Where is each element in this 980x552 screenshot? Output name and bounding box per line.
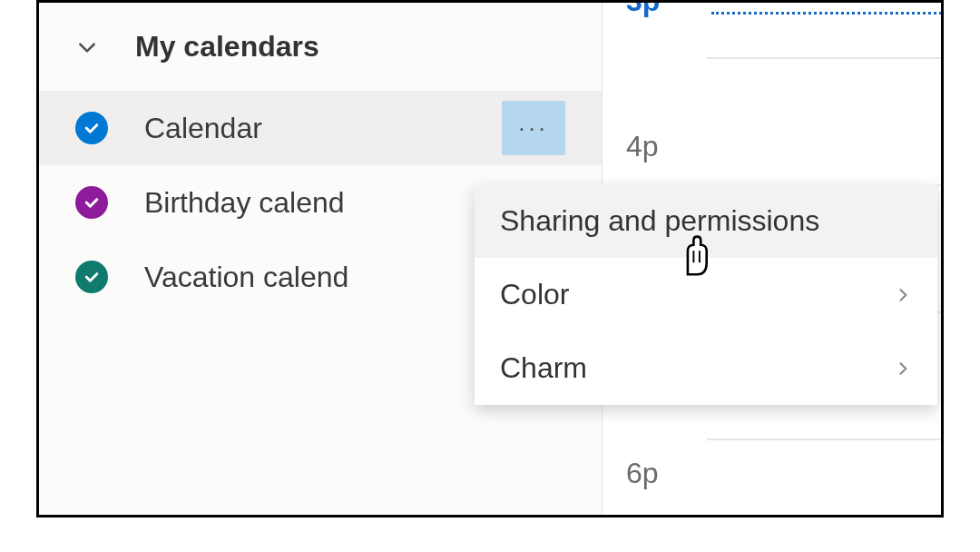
- menu-item-label: Sharing and permissions: [500, 204, 819, 238]
- menu-item-charm[interactable]: Charm: [475, 331, 937, 405]
- grid-line: [707, 439, 944, 440]
- menu-item-label: Color: [500, 278, 569, 311]
- calendar-context-menu: Sharing and permissions Color Charm: [475, 184, 937, 405]
- menu-item-color[interactable]: Color: [475, 258, 937, 331]
- calendar-item-calendar[interactable]: Calendar ···: [39, 91, 602, 165]
- chevron-right-icon: [894, 281, 912, 309]
- calendar-item-label: Calendar: [144, 112, 466, 145]
- ellipsis-icon: ···: [518, 114, 549, 143]
- chevron-right-icon: [894, 355, 912, 382]
- more-options-button[interactable]: ···: [502, 101, 565, 155]
- check-icon: [75, 261, 108, 293]
- check-icon: [75, 186, 108, 219]
- time-label-6p: 6p: [626, 457, 659, 490]
- chevron-down-icon: [75, 35, 99, 59]
- check-icon: [75, 112, 108, 144]
- current-time-indicator: [711, 12, 944, 15]
- time-label-3p: 3p: [626, 0, 660, 18]
- app-frame: My calendars Calendar ··· Birthday calen…: [36, 0, 944, 518]
- my-calendars-title: My calendars: [135, 30, 319, 64]
- time-label-4p: 4p: [626, 130, 659, 163]
- menu-item-sharing-permissions[interactable]: Sharing and permissions: [475, 184, 937, 258]
- grid-line: [707, 57, 944, 59]
- menu-item-label: Charm: [500, 351, 587, 385]
- my-calendars-header[interactable]: My calendars: [39, 12, 602, 91]
